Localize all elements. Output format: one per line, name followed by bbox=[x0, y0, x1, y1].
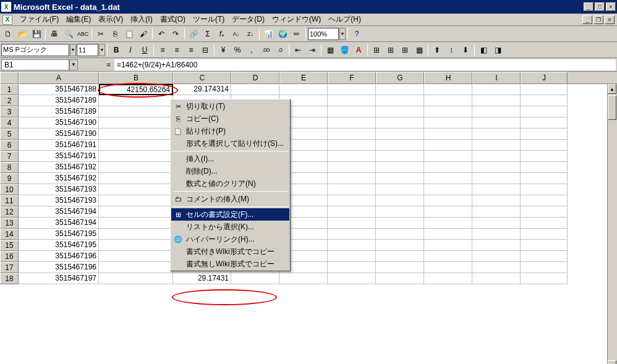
cell[interactable]: 3515467192 bbox=[19, 162, 99, 173]
cell[interactable] bbox=[472, 229, 521, 240]
cell[interactable] bbox=[231, 84, 279, 95]
cell[interactable]: 3515467194 bbox=[19, 206, 99, 218]
row-header[interactable]: 14 bbox=[0, 229, 19, 240]
cell[interactable] bbox=[99, 140, 173, 151]
row-header[interactable]: 3 bbox=[0, 106, 19, 117]
vertical-scrollbar[interactable]: ▲ ▼ bbox=[607, 84, 617, 364]
cell[interactable] bbox=[521, 195, 568, 206]
cell[interactable] bbox=[328, 162, 376, 173]
menu-data[interactable]: データ(D) bbox=[228, 13, 268, 26]
font-color-icon[interactable]: A bbox=[352, 43, 365, 57]
col-header-A[interactable]: A bbox=[19, 72, 99, 84]
cell[interactable] bbox=[521, 151, 568, 162]
cell[interactable] bbox=[328, 184, 376, 195]
cell[interactable] bbox=[472, 106, 521, 117]
context-menu-item[interactable]: ✂切り取り(T) bbox=[171, 100, 289, 112]
extra-icon-6[interactable]: ◨ bbox=[491, 43, 504, 57]
cell[interactable] bbox=[424, 229, 472, 240]
context-menu-item[interactable]: 挿入(I)... bbox=[171, 153, 289, 165]
cell[interactable] bbox=[99, 229, 173, 240]
cell[interactable] bbox=[328, 240, 376, 251]
save-icon[interactable]: 💾 bbox=[30, 27, 43, 41]
currency-icon[interactable]: ¥ bbox=[216, 43, 230, 57]
context-menu-item[interactable]: リストから選択(K)... bbox=[171, 221, 289, 233]
cell[interactable] bbox=[424, 240, 472, 251]
cell[interactable] bbox=[328, 117, 376, 129]
cell[interactable]: 3515467193 bbox=[19, 195, 99, 206]
cell[interactable] bbox=[376, 173, 424, 184]
context-menu-item[interactable]: 削除(D)... bbox=[171, 165, 289, 177]
doc-minimize-button[interactable]: _ bbox=[582, 15, 592, 24]
cell[interactable]: 3515467192 bbox=[19, 173, 99, 184]
cell[interactable] bbox=[99, 162, 173, 173]
cell[interactable] bbox=[521, 206, 568, 218]
cell[interactable] bbox=[376, 84, 424, 95]
context-menu-item[interactable]: 🗀コメントの挿入(M) bbox=[171, 193, 289, 205]
row-header[interactable]: 7 bbox=[0, 151, 19, 162]
col-header-G[interactable]: G bbox=[376, 72, 424, 84]
cell[interactable] bbox=[99, 106, 173, 117]
increase-indent-icon[interactable]: ⇥ bbox=[305, 43, 319, 57]
format-painter-icon[interactable]: 🖌 bbox=[137, 27, 150, 41]
new-icon[interactable]: 🗋 bbox=[1, 27, 15, 41]
undo-icon[interactable]: ↶ bbox=[155, 27, 168, 41]
cell[interactable] bbox=[472, 195, 521, 206]
cell[interactable] bbox=[521, 129, 568, 140]
cell[interactable] bbox=[472, 129, 521, 140]
cell[interactable] bbox=[99, 206, 173, 218]
cell[interactable] bbox=[424, 173, 472, 184]
cell[interactable] bbox=[521, 218, 568, 229]
cell[interactable] bbox=[328, 273, 376, 284]
valign-top-icon[interactable]: ⬆ bbox=[430, 43, 444, 57]
cell[interactable] bbox=[99, 151, 173, 162]
cell[interactable] bbox=[521, 140, 568, 151]
cell[interactable] bbox=[99, 262, 173, 273]
cell[interactable] bbox=[376, 229, 424, 240]
comma-icon[interactable]: , bbox=[245, 43, 258, 57]
cell[interactable] bbox=[376, 184, 424, 195]
align-right-icon[interactable]: ≡ bbox=[184, 43, 198, 57]
menu-help[interactable]: ヘルプ(H) bbox=[325, 13, 365, 26]
fontsize-combo[interactable] bbox=[77, 44, 98, 56]
col-header-C[interactable]: C bbox=[173, 72, 231, 84]
col-header-E[interactable]: E bbox=[279, 72, 328, 84]
context-menu-item[interactable]: ⊞セルの書式設定(F)... bbox=[171, 208, 289, 221]
preview-icon[interactable]: 🔍 bbox=[62, 27, 75, 41]
cell[interactable] bbox=[376, 251, 424, 262]
cell[interactable] bbox=[328, 140, 376, 151]
row-header[interactable]: 17 bbox=[0, 262, 19, 273]
row-header[interactable]: 5 bbox=[0, 129, 19, 140]
menu-tools[interactable]: ツール(T) bbox=[189, 13, 228, 26]
cell[interactable] bbox=[328, 151, 376, 162]
menu-format[interactable]: 書式(O) bbox=[156, 13, 189, 26]
formula-input[interactable] bbox=[114, 59, 616, 70]
cell[interactable] bbox=[521, 106, 568, 117]
close-button[interactable]: × bbox=[606, 2, 616, 11]
scroll-down-icon[interactable]: ▼ bbox=[608, 360, 616, 364]
context-menu-item[interactable]: ⎘コピー(C) bbox=[171, 112, 289, 125]
cell[interactable] bbox=[328, 95, 376, 106]
cell[interactable] bbox=[472, 140, 521, 151]
redo-icon[interactable]: ↷ bbox=[169, 27, 182, 41]
cell[interactable]: 3515467194 bbox=[19, 218, 99, 229]
cell[interactable] bbox=[376, 151, 424, 162]
cell[interactable]: 3515467196 bbox=[19, 251, 99, 262]
cell[interactable]: 3515467188 bbox=[19, 84, 99, 95]
vscroll-thumb[interactable] bbox=[608, 95, 616, 120]
cell[interactable] bbox=[328, 106, 376, 117]
merge-icon[interactable]: ⊟ bbox=[198, 43, 212, 57]
cell[interactable] bbox=[472, 117, 521, 129]
maximize-button[interactable]: □ bbox=[595, 2, 605, 11]
valign-mid-icon[interactable]: ↕ bbox=[445, 43, 458, 57]
cell[interactable]: 3515467191 bbox=[19, 151, 99, 162]
menu-view[interactable]: 表示(V) bbox=[95, 13, 127, 26]
cell[interactable] bbox=[376, 95, 424, 106]
underline-icon[interactable]: U bbox=[138, 43, 151, 57]
autosum-icon[interactable]: Σ bbox=[201, 27, 215, 41]
cell[interactable] bbox=[521, 95, 568, 106]
cell[interactable] bbox=[328, 229, 376, 240]
extra-icon-5[interactable]: ◧ bbox=[477, 43, 490, 57]
cell[interactable]: 3515467195 bbox=[19, 240, 99, 251]
menu-edit[interactable]: 編集(E) bbox=[62, 13, 95, 26]
row-header[interactable]: 15 bbox=[0, 240, 19, 251]
